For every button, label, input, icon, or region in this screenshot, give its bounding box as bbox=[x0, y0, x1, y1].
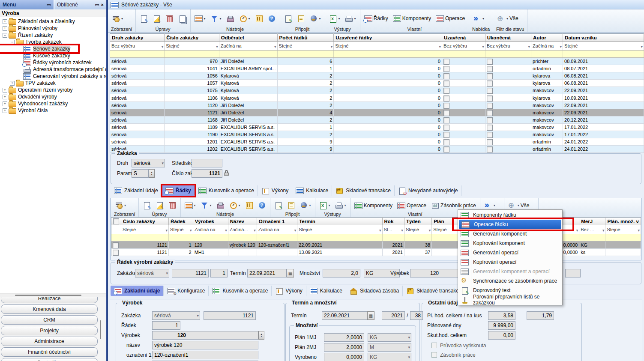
export-excel-button[interactable]: ▾ bbox=[318, 201, 331, 209]
checkbox[interactable] bbox=[487, 117, 493, 123]
splitter-grip-icon[interactable] bbox=[15, 295, 81, 296]
search-cell[interactable] bbox=[193, 234, 228, 242]
novy-button[interactable] bbox=[142, 201, 152, 209]
filter-dropdown-icon[interactable]: ▾ bbox=[216, 43, 218, 50]
menu-item-kopirovani-operaci[interactable]: Kopírování operací bbox=[458, 257, 562, 267]
tab-zakladni-udaje[interactable]: Základní údaje bbox=[111, 185, 162, 196]
tab-konfigurace[interactable]: Konfigurace bbox=[164, 286, 209, 296]
poznamka-button[interactable] bbox=[283, 15, 293, 23]
chevron-down-icon[interactable]: ▾ bbox=[162, 161, 164, 165]
tab-vykony[interactable]: Výkony bbox=[258, 185, 292, 196]
tree-item-generovani-vyrobni-zakazky-s-rozp[interactable]: Generování výrobní zakázky s rozp bbox=[0, 73, 106, 80]
filter-dropdown-icon[interactable]: ▾ bbox=[225, 227, 227, 234]
poznamka-button[interactable] bbox=[273, 201, 283, 209]
column-header-uzavrena[interactable]: Uzavřená bbox=[442, 34, 485, 42]
checkbox[interactable] bbox=[443, 139, 449, 145]
search-cell[interactable] bbox=[297, 234, 382, 242]
filtr-dle-stavu-button[interactable]: ▾Vše bbox=[496, 15, 519, 23]
checkbox[interactable] bbox=[487, 110, 493, 116]
checkbox[interactable] bbox=[487, 73, 493, 79]
tab-zakladni-udaje[interactable]: Základní údaje bbox=[111, 286, 164, 296]
checkbox[interactable] bbox=[487, 88, 493, 94]
dokumenty-button[interactable]: ▾ bbox=[309, 15, 322, 23]
filter-dropdown-icon[interactable]: ▾ bbox=[560, 43, 562, 50]
nav-scrollbar-thumb[interactable] bbox=[100, 320, 101, 339]
filter-cell[interactable]: Stejné▾ bbox=[563, 42, 644, 51]
tisk-button[interactable]: ▾ bbox=[344, 15, 357, 23]
dropdown-arrow-icon[interactable]: ▾ bbox=[482, 17, 484, 21]
search-cell[interactable] bbox=[404, 234, 431, 242]
filter-cell[interactable]: Začíná na▾ bbox=[193, 225, 228, 234]
column-header-radek[interactable]: Řádek bbox=[169, 218, 193, 225]
tisk-sestavy-button[interactable] bbox=[216, 201, 225, 209]
tree-item-odvadeni-vyroby[interactable]: +Odvádění výroby bbox=[0, 93, 57, 100]
filter-cell[interactable]: Bez ...▾ bbox=[579, 225, 605, 234]
tree-item-adresna-transformace-prodejni-obj[interactable]: Adresná transformace prodejní obj bbox=[0, 66, 106, 73]
search-cell[interactable] bbox=[165, 51, 219, 58]
filtr-button[interactable]: ▾ bbox=[210, 15, 222, 23]
table-row[interactable]: sériová1189EXCALIBUR SERVIS a.s.10makovc… bbox=[110, 123, 644, 131]
table-row[interactable]: sériová1168Jiří Doležel20makovcov20.12.2… bbox=[110, 116, 644, 123]
filter-dropdown-icon[interactable]: ▾ bbox=[331, 43, 333, 50]
checkbox[interactable] bbox=[113, 250, 119, 256]
plan2-field[interactable]: 2,0000 bbox=[324, 343, 364, 352]
checkbox[interactable] bbox=[443, 125, 449, 131]
search-cell[interactable] bbox=[169, 234, 193, 242]
tree-expander-icon[interactable]: + bbox=[3, 95, 7, 99]
column-header-druh-zakazky[interactable]: Druh zakázky bbox=[110, 34, 165, 42]
checkbox[interactable] bbox=[443, 110, 449, 116]
checkbox[interactable] bbox=[487, 95, 493, 101]
nastroje-grid-button[interactable]: ▾ bbox=[194, 15, 207, 22]
parametr-field[interactable]: S bbox=[132, 169, 149, 178]
checkbox[interactable] bbox=[487, 66, 493, 72]
calendar-icon[interactable]: ▦ bbox=[367, 311, 374, 320]
komponenty-button[interactable]: Komponenty bbox=[392, 15, 432, 22]
column-header-ukoncena[interactable]: Ukončená bbox=[485, 34, 531, 42]
filter-cell[interactable]: Začíná...▾ bbox=[228, 225, 257, 234]
filter-cell[interactable]: Stejné▾ bbox=[277, 42, 334, 51]
search-cell[interactable] bbox=[228, 234, 257, 242]
zasobnik-prace-button[interactable]: Zásobník práce bbox=[430, 201, 477, 209]
nav-button-realizace[interactable]: Realizace bbox=[1, 297, 98, 303]
kopirovat-button[interactable] bbox=[177, 15, 187, 23]
filter-dropdown-icon[interactable]: ▾ bbox=[602, 227, 605, 234]
plhod-kus-field[interactable]: 1,79 bbox=[527, 311, 554, 320]
calendar-icon[interactable]: ▦ bbox=[287, 269, 294, 277]
menu-item-synchronizace-se-zasobnikem-prace[interactable]: Synchronizace se zásobníkem práce bbox=[458, 276, 562, 286]
radky-button[interactable]: Řádky bbox=[363, 15, 389, 22]
radek-field[interactable]: 1 bbox=[152, 321, 180, 330]
menu-item-generovani-komponent[interactable]: Generování komponent bbox=[458, 229, 562, 239]
menu-item-komponenty-radku[interactable]: Komponenty řádku bbox=[458, 210, 562, 220]
table-row[interactable]: sériová1202EXCALIBUR SERVIS a.s.90orfadm… bbox=[110, 146, 644, 153]
tree-expander-icon[interactable]: + bbox=[3, 108, 7, 113]
filter-dropdown-icon[interactable]: ▾ bbox=[379, 227, 381, 234]
plan2-unit-combo[interactable]: M▾ bbox=[368, 343, 411, 352]
checkbox[interactable] bbox=[443, 73, 449, 79]
skuthod-field[interactable]: 0,00 bbox=[488, 331, 515, 340]
plhod-field[interactable]: 3,58 bbox=[488, 311, 515, 320]
tree-expander-icon[interactable]: + bbox=[3, 88, 7, 92]
dropdown-arrow-icon[interactable]: ▾ bbox=[239, 203, 240, 207]
dropdown-arrow-icon[interactable]: ▾ bbox=[338, 17, 340, 21]
checkbox[interactable] bbox=[487, 146, 493, 152]
nav-button-controlling[interactable]: Controlling bbox=[1, 358, 98, 361]
chevron-down-icon[interactable]: ▾ bbox=[408, 355, 410, 359]
search-cell[interactable] bbox=[121, 234, 169, 242]
minimize-icon[interactable]: ▭ bbox=[47, 3, 51, 7]
tab-skladove-transakce[interactable]: Skladové transakce bbox=[332, 185, 395, 196]
menu-item-generovani-komponent-a-operaci[interactable]: Generování komponent a operací bbox=[458, 267, 562, 276]
menu-panel-tab[interactable]: Menu ▭ bbox=[0, 0, 54, 9]
filter-dropdown-icon[interactable]: ▾ bbox=[254, 227, 256, 234]
menu-item-generovani-operaci[interactable]: Generování operací bbox=[458, 248, 562, 257]
komponenty-button[interactable]: Komponenty bbox=[353, 202, 393, 209]
column-header-oznaceni-1[interactable]: Označení 1 bbox=[257, 218, 297, 225]
vyrobeno-unit-combo[interactable]: KG▾ bbox=[368, 353, 411, 361]
zakazka-type-combo[interactable]: sériová▾ bbox=[152, 311, 200, 320]
chevron-down-icon[interactable]: ▾ bbox=[408, 335, 410, 340]
operace-button[interactable]: Operace bbox=[435, 15, 466, 22]
tree-expander-icon[interactable]: + bbox=[3, 101, 7, 106]
tree-item-planovani-vyroby[interactable]: +Plánování výroby bbox=[0, 25, 57, 32]
tyden-field[interactable]: 38 bbox=[410, 311, 423, 320]
dropdown-arrow-icon[interactable]: ▾ bbox=[329, 203, 330, 207]
vyrobek-spinner[interactable]: ▴▾ bbox=[258, 331, 264, 340]
